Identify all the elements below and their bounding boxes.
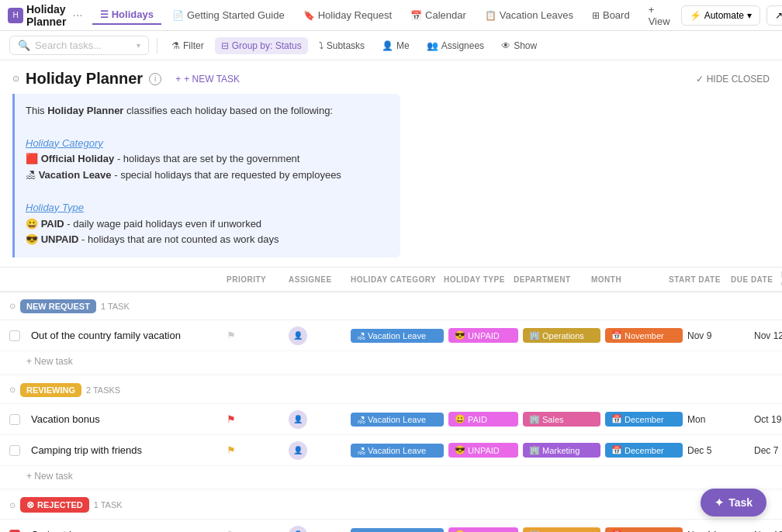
- holiday-type-emoji: 😎: [455, 445, 465, 455]
- holiday-type-tag[interactable]: 😀 PAID: [448, 412, 518, 427]
- task-name-text: Cruise trip: [31, 529, 77, 532]
- automate-label: Automate: [704, 10, 744, 21]
- task-name-cell: Out of the country family vacation: [9, 330, 227, 341]
- tab-holidays[interactable]: ☰ Holidays: [92, 5, 161, 25]
- vacation-leave-icon: 🏖: [357, 446, 365, 455]
- holidays-tab-label: Holidays: [112, 9, 154, 20]
- assignee-cell: 👤: [289, 326, 351, 345]
- avatar[interactable]: 👤: [289, 326, 307, 345]
- holiday-category-tag[interactable]: 🏖 Vacation Leave: [351, 329, 444, 343]
- avatar[interactable]: 👤: [289, 441, 307, 460]
- tab-getting-started[interactable]: 📄 Getting Started Guide: [164, 6, 292, 24]
- month-tag[interactable]: 📅 November: [605, 328, 683, 343]
- holiday-category-tag[interactable]: 🏖 Vacation Leave: [351, 413, 444, 427]
- tab-calendar[interactable]: 📅 Calendar: [403, 6, 474, 24]
- show-button[interactable]: 👁 Show: [495, 37, 543, 54]
- col-header-holiday-type: HOLIDAY TYPE: [444, 275, 514, 284]
- priority-flag-icon[interactable]: ⚑: [227, 330, 236, 341]
- department-tag[interactable]: 🏢 Marketing: [523, 443, 600, 458]
- cat1-desc: 🟥 Official Holiday - holidays that are s…: [26, 151, 389, 168]
- hide-closed-label: ✓ HIDE CLOSED: [696, 74, 770, 85]
- show-icon: 👁: [501, 40, 510, 51]
- start-date-value: Mon: [687, 414, 749, 425]
- start-date-value: Nov 9: [687, 330, 749, 341]
- new-task-label: + NEW TASK: [184, 74, 240, 85]
- task-checkbox[interactable]: [9, 445, 20, 456]
- hide-closed-btn[interactable]: ✓ HIDE CLOSED: [696, 74, 770, 85]
- planner-info-icon[interactable]: i: [149, 73, 161, 85]
- month-icon: 📅: [611, 445, 622, 455]
- holiday-type-emoji: 😀: [455, 414, 465, 424]
- filter-bar: 🔍 Search tasks... ▾ ⚗ Filter ⊟ Group by:…: [0, 31, 782, 60]
- me-button[interactable]: 👤 Me: [375, 37, 416, 54]
- planner-header: ⊙ Holiday Planner i + + NEW TASK ✓ HIDE …: [0, 60, 782, 268]
- section-chevron-rejected[interactable]: ⊙: [9, 501, 16, 510]
- holiday-type-tag[interactable]: 😎 UNPAID: [448, 443, 518, 458]
- task-checkbox[interactable]: [9, 330, 20, 341]
- add-task-new-request[interactable]: + New task: [0, 351, 782, 373]
- assignees-button[interactable]: 👥 Assignees: [420, 37, 490, 54]
- calendar-label: Calendar: [425, 9, 466, 21]
- app-icon: H: [8, 8, 23, 23]
- task-name-cell: Cruise trip: [9, 529, 227, 532]
- app-title: Holiday Planner: [26, 3, 66, 28]
- add-task-reviewing[interactable]: + New task: [0, 466, 782, 488]
- holiday-category-link[interactable]: Holiday Category: [26, 137, 103, 149]
- data-cols: 🏖 Vacation Leave😎 UNPAID🏢 Operations📅 No…: [351, 328, 773, 343]
- filter-label: Filter: [183, 40, 204, 51]
- status-badge-rejected[interactable]: ⊗REJECTED: [20, 497, 89, 513]
- planner-title: Holiday Planner: [26, 70, 143, 88]
- start-date-value: Dec 5: [687, 445, 749, 456]
- priority-cell: ⚑: [227, 444, 289, 456]
- planner-new-task-btn[interactable]: + + NEW TASK: [168, 71, 247, 88]
- subtasks-button[interactable]: ⤵ Subtasks: [313, 37, 371, 54]
- month-tag[interactable]: 📅 December: [605, 443, 683, 458]
- tab-holiday-request[interactable]: 🔖 Holiday Request: [296, 6, 400, 24]
- me-icon: 👤: [382, 40, 393, 51]
- title-dots[interactable]: ···: [72, 9, 82, 22]
- automate-button[interactable]: ⚡ Automate ▾: [681, 5, 760, 26]
- tab-board[interactable]: ⊞ Board: [584, 6, 638, 24]
- section-chevron-new-request[interactable]: ⊙: [9, 302, 16, 310]
- holiday-type-link[interactable]: Holiday Type: [26, 202, 84, 213]
- holiday-type-emoji: 😎: [455, 330, 465, 340]
- priority-flag-icon[interactable]: ⚑: [227, 444, 236, 456]
- task-name-text: Out of the country family vacation: [31, 330, 181, 341]
- calendar-icon: 📅: [410, 10, 422, 21]
- task-name-text: Camping trip with friends: [31, 444, 142, 456]
- planner-toggle[interactable]: ⊙: [12, 74, 19, 84]
- status-badge-new-request[interactable]: NEW REQUEST: [20, 299, 96, 313]
- status-badge-reviewing[interactable]: REVIEWING: [20, 383, 81, 397]
- department-tag[interactable]: 🏢 Sales: [523, 412, 600, 427]
- holiday-type-tag[interactable]: 😀 PAID: [448, 527, 518, 532]
- share-button[interactable]: ↗ Share: [766, 5, 782, 26]
- section-chevron-reviewing[interactable]: ⊙: [9, 385, 16, 394]
- month-tag[interactable]: 📅 December: [605, 412, 683, 427]
- search-dropdown-icon[interactable]: ▾: [137, 41, 140, 50]
- group-by-button[interactable]: ⊟ Group by: Status: [215, 37, 308, 54]
- search-box[interactable]: 🔍 Search tasks... ▾: [9, 36, 149, 55]
- col-header-department: DEPARTMENT: [514, 275, 591, 284]
- add-view-btn[interactable]: + View: [641, 1, 678, 30]
- tab-vacation-leaves[interactable]: 📋 Vacation Leaves: [477, 6, 581, 24]
- holiday-category-tag[interactable]: 🏖 Vacation Leave: [351, 444, 444, 458]
- priority-flag-icon[interactable]: ⚑: [227, 413, 236, 425]
- task-checkbox[interactable]: [9, 414, 20, 425]
- filter-button[interactable]: ⚗ Filter: [165, 37, 210, 54]
- department-tag[interactable]: 🏢 Finance: [523, 527, 600, 532]
- dept-icon: 🏢: [529, 330, 540, 340]
- task-fab-button[interactable]: ✦ Task: [701, 489, 766, 516]
- holiday-category-tag[interactable]: 🏖 Vacation Leave: [351, 528, 444, 532]
- priority-flag-icon[interactable]: ⚑: [227, 529, 236, 532]
- automate-chevron-icon: ▾: [747, 10, 752, 21]
- table-row: Out of the country family vacation⚑👤🏖 Va…: [0, 320, 782, 351]
- filter-divider: [157, 38, 157, 54]
- avatar[interactable]: 👤: [289, 526, 307, 532]
- col-header-month: MONTH: [591, 275, 669, 284]
- month-tag[interactable]: 📅 November: [605, 527, 683, 532]
- avatar[interactable]: 👤: [289, 410, 307, 429]
- department-tag[interactable]: 🏢 Operations: [523, 328, 600, 343]
- holiday-type-tag[interactable]: 😎 UNPAID: [448, 328, 518, 343]
- planner-title-row: ⊙ Holiday Planner i + + NEW TASK ✓ HIDE …: [12, 70, 770, 88]
- group-by-icon: ⊟: [221, 40, 229, 51]
